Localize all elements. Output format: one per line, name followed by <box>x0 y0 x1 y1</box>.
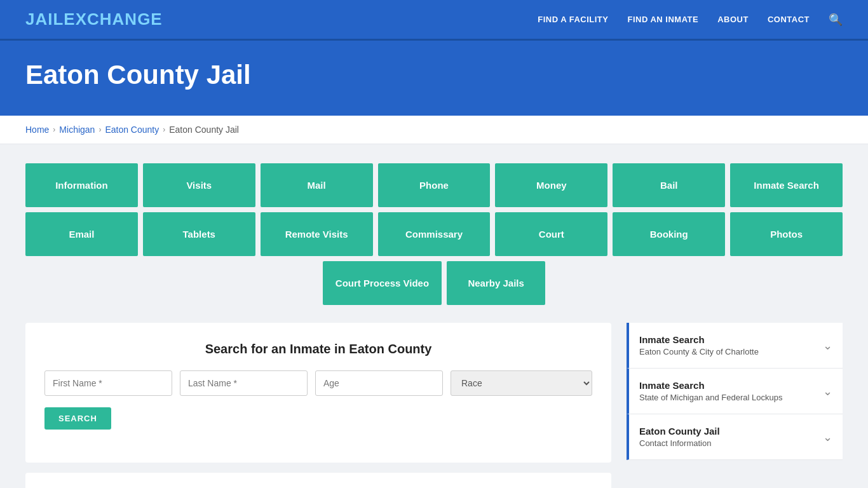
tile-phone[interactable]: Phone <box>378 163 491 207</box>
tile-money[interactable]: Money <box>495 163 607 207</box>
breadcrumb-home[interactable]: Home <box>25 125 49 135</box>
nav: FIND A FACILITY FIND AN INMATE ABOUT CON… <box>538 13 843 27</box>
breadcrumb-michigan[interactable]: Michigan <box>59 125 95 135</box>
logo-jail: JAIL <box>25 10 64 29</box>
tile-row-1: Information Visits Mail Phone Money Bail… <box>25 163 843 207</box>
tile-court-process-video[interactable]: Court Process Video <box>323 261 442 305</box>
tile-row-3: Court Process Video Nearby Jails <box>25 261 843 305</box>
sidebar-card-2[interactable]: Inmate Search State of Michigan and Fede… <box>627 369 843 414</box>
search-fields: Race White Black Hispanic Asian Other <box>44 370 592 396</box>
search-button[interactable]: SEARCH <box>44 407 111 430</box>
age-input[interactable] <box>315 370 443 396</box>
sidebar-card-3[interactable]: Eaton County Jail Contact Information ⌄ <box>627 414 843 460</box>
tile-mail[interactable]: Mail <box>261 163 373 207</box>
first-name-input[interactable] <box>44 370 172 396</box>
sidebar-card-1[interactable]: Inmate Search Eaton County & City of Cha… <box>627 323 843 369</box>
tile-row-2: Email Tablets Remote Visits Commissary C… <box>25 212 843 256</box>
tile-court[interactable]: Court <box>495 212 607 256</box>
chevron-down-icon-2: ⌄ <box>823 384 832 398</box>
sidebar-card-1-subtitle: Eaton County & City of Charlotte <box>639 347 759 356</box>
content-area: Search for an Inmate in Eaton County Rac… <box>25 323 843 488</box>
logo-exchange: EXCHANGE <box>64 10 162 29</box>
tile-inmate-search[interactable]: Inmate Search <box>730 163 843 207</box>
nav-find-inmate[interactable]: FIND AN INMATE <box>627 15 698 24</box>
tile-bail[interactable]: Bail <box>613 163 725 207</box>
tile-email[interactable]: Email <box>25 212 138 256</box>
race-select[interactable]: Race White Black Hispanic Asian Other <box>451 370 592 396</box>
breadcrumb-eaton-county[interactable]: Eaton County <box>105 125 159 135</box>
last-name-input[interactable] <box>180 370 308 396</box>
page-title: Eaton County Jail <box>25 60 843 90</box>
main-content: Information Visits Mail Phone Money Bail… <box>0 144 868 488</box>
info-section: Eaton County Jail Information <box>25 473 611 488</box>
tile-tablets[interactable]: Tablets <box>143 212 255 256</box>
breadcrumb-sep-1: › <box>53 125 55 134</box>
chevron-down-icon-3: ⌄ <box>823 430 832 444</box>
tile-information[interactable]: Information <box>25 163 138 207</box>
breadcrumb-sep-2: › <box>98 125 101 134</box>
tile-remote-visits[interactable]: Remote Visits <box>261 212 373 256</box>
logo[interactable]: JAILEXCHANGE <box>25 10 163 29</box>
breadcrumb-bar: Home › Michigan › Eaton County › Eaton C… <box>0 116 868 144</box>
search-icon-button[interactable]: 🔍 <box>829 13 843 27</box>
sidebar-card-1-text: Inmate Search Eaton County & City of Cha… <box>639 334 759 356</box>
left-panel: Search for an Inmate in Eaton County Rac… <box>25 323 611 488</box>
nav-contact[interactable]: CONTACT <box>768 15 810 24</box>
breadcrumb: Home › Michigan › Eaton County › Eaton C… <box>25 125 843 135</box>
sidebar-card-3-title: Eaton County Jail <box>639 426 720 437</box>
tile-visits[interactable]: Visits <box>143 163 255 207</box>
inmate-search-box: Search for an Inmate in Eaton County Rac… <box>25 323 611 463</box>
sidebar-card-2-subtitle: State of Michigan and Federal Lockups <box>639 393 782 402</box>
sidebar-card-2-text: Inmate Search State of Michigan and Fede… <box>639 380 782 402</box>
sidebar-card-1-title: Inmate Search <box>639 334 759 345</box>
tile-commissary[interactable]: Commissary <box>378 212 491 256</box>
header: JAILEXCHANGE FIND A FACILITY FIND AN INM… <box>0 0 868 41</box>
sidebar: Inmate Search Eaton County & City of Cha… <box>627 323 843 488</box>
nav-about[interactable]: ABOUT <box>717 15 749 24</box>
hero-section: Eaton County Jail <box>0 41 868 116</box>
sidebar-card-3-text: Eaton County Jail Contact Information <box>639 426 720 448</box>
breadcrumb-current: Eaton County Jail <box>169 125 239 135</box>
tile-booking[interactable]: Booking <box>613 212 725 256</box>
breadcrumb-sep-3: › <box>163 125 165 134</box>
sidebar-card-2-title: Inmate Search <box>639 380 782 391</box>
search-title: Search for an Inmate in Eaton County <box>44 342 592 356</box>
tile-nearby-jails[interactable]: Nearby Jails <box>447 261 545 305</box>
chevron-down-icon-1: ⌄ <box>823 339 832 353</box>
nav-find-facility[interactable]: FIND A FACILITY <box>538 15 608 24</box>
sidebar-card-3-subtitle: Contact Information <box>639 438 720 448</box>
tile-photos[interactable]: Photos <box>730 212 843 256</box>
